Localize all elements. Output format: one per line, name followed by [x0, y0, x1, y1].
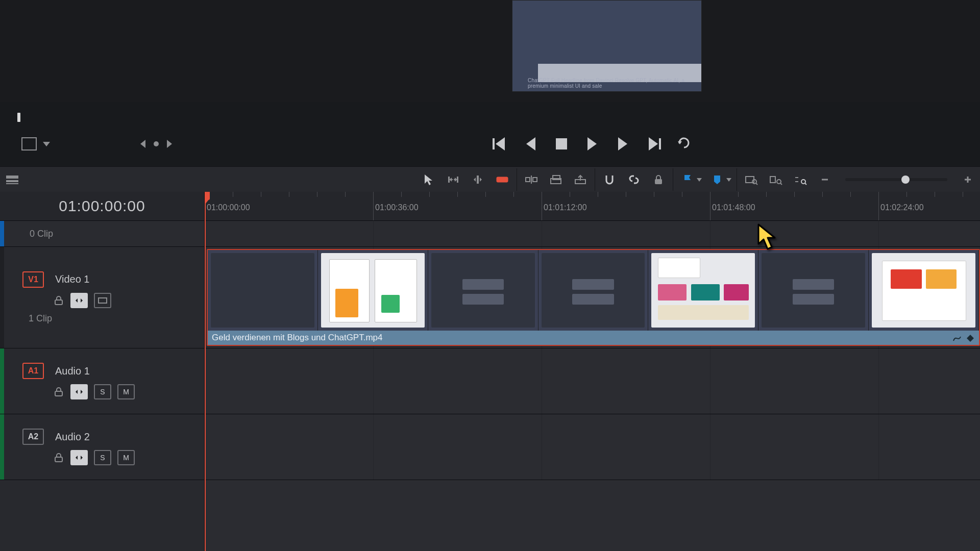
ruler-label: 01:02:24:00	[880, 203, 924, 212]
current-timecode[interactable]: 01:00:00:00	[0, 192, 204, 220]
solo-toggle[interactable]: S	[94, 450, 111, 465]
svg-rect-3	[448, 177, 450, 183]
zoom-in-button[interactable]	[955, 167, 980, 192]
solo-toggle[interactable]: S	[94, 384, 111, 399]
lock-icon[interactable]	[53, 295, 64, 306]
current-edit-dot-icon[interactable]	[154, 141, 159, 146]
lane-grid	[205, 221, 980, 246]
video-clip[interactable]: Geld verdienen mit Blogs und ChatGPT.mp4	[207, 249, 980, 346]
step-back-button[interactable]	[523, 136, 538, 152]
track-header-v1[interactable]: V1 Video 1 1 Clip	[0, 247, 204, 348]
cursor-overlay-icon	[756, 223, 779, 251]
snapping-button[interactable]	[597, 167, 622, 192]
toolbar-separator	[737, 168, 737, 191]
track-dest-badge-v1[interactable]: V1	[22, 271, 44, 288]
svg-point-20	[777, 180, 781, 184]
track-dest-badge-a2[interactable]: A2	[22, 429, 44, 445]
playhead[interactable]	[205, 192, 206, 551]
custom-zoom-button[interactable]	[788, 167, 813, 192]
track-name-v1[interactable]: Video 1	[55, 273, 89, 285]
svg-rect-2	[6, 183, 18, 184]
selection-tool-button[interactable]	[416, 167, 441, 192]
dynamic-trim-tool-button[interactable]	[465, 167, 490, 192]
auto-select-toggle[interactable]	[70, 450, 88, 465]
loop-button[interactable]	[676, 136, 692, 152]
auto-select-toggle[interactable]	[70, 293, 88, 308]
lane-grid	[205, 348, 980, 414]
mute-toggle[interactable]: M	[117, 450, 135, 465]
track-name-a2[interactable]: Audio 2	[55, 431, 90, 443]
viewer-controls-row	[0, 132, 980, 156]
next-edit-icon[interactable]	[167, 140, 172, 148]
flag-button[interactable]	[675, 167, 700, 192]
ruler-label: 01:00:00:00	[207, 203, 250, 212]
marker-button[interactable]	[705, 167, 729, 192]
svg-rect-25	[55, 457, 62, 462]
track-header-column: 01:00:00:00 0 Clip V1 Video 1	[0, 192, 205, 551]
viewer-panel: ChatGPT Full Headline from Davinci Resol…	[0, 0, 980, 102]
jump-to-end-button[interactable]	[646, 136, 661, 152]
timecode-box-row: 01:00:00:00	[0, 192, 204, 221]
stop-button[interactable]	[554, 136, 569, 152]
replace-clip-button[interactable]	[568, 167, 593, 192]
svg-rect-12	[533, 178, 537, 182]
mute-toggle[interactable]: M	[117, 384, 135, 399]
track-dest-badge-a1[interactable]: A1	[22, 363, 44, 379]
viewer-nav-group	[140, 132, 172, 156]
zoom-slider[interactable]	[845, 178, 947, 181]
lock-icon[interactable]	[53, 386, 64, 397]
audio-lane-a1[interactable]	[205, 348, 980, 414]
transform-icon[interactable]	[21, 137, 37, 151]
svg-point-21	[801, 180, 805, 184]
subclips-lane[interactable]	[205, 221, 980, 247]
timeline-view-options-button[interactable]	[0, 167, 24, 192]
jump-to-start-button[interactable]	[493, 136, 508, 152]
svg-rect-16	[655, 179, 662, 184]
subclips-row-head: 0 Clip	[0, 221, 204, 247]
clip-thumbnails	[208, 250, 979, 331]
zoom-slider-knob[interactable]	[901, 176, 910, 184]
prev-edit-icon[interactable]	[140, 140, 145, 148]
track-header-a2[interactable]: A2 Audio 2 2.0 S M	[0, 414, 204, 480]
linked-selection-button[interactable]	[622, 167, 646, 192]
play-button[interactable]	[584, 136, 600, 152]
step-forward-button[interactable]	[615, 136, 630, 152]
preview-caption: ChatGPT Full Headline from Davinci Resol…	[528, 78, 697, 89]
source-preview-thumb[interactable]: ChatGPT Full Headline from Davinci Resol…	[512, 0, 702, 92]
transform-menu-caret-icon[interactable]	[43, 142, 50, 146]
svg-rect-0	[6, 176, 18, 179]
auto-select-toggle[interactable]	[70, 384, 88, 399]
timeline-panel: 01:00:00:00 0 Clip V1 Video 1	[0, 192, 980, 551]
insert-clip-button[interactable]	[519, 167, 544, 192]
subclips-count-label: 0 Clip	[0, 221, 234, 246]
track-header-a1[interactable]: A1 Audio 1 2.0 S M	[0, 348, 204, 414]
detail-zoom-button[interactable]	[764, 167, 788, 192]
svg-rect-22	[55, 300, 62, 305]
track-name-a1[interactable]: Audio 1	[55, 365, 90, 377]
clip-keyframe-controls[interactable]	[952, 334, 975, 343]
trim-tool-button[interactable]	[441, 167, 465, 192]
lane-grid	[205, 414, 980, 480]
scrub-strip[interactable]	[11, 111, 980, 123]
position-lock-button[interactable]	[646, 167, 671, 192]
overwrite-clip-button[interactable]	[544, 167, 568, 192]
ruler-ticks: 01:00:00:00 01:00:36:00 01:01:12:00 01:0…	[205, 192, 980, 220]
timeline-toolbar	[0, 166, 980, 193]
time-ruler[interactable]: 01:00:00:00 01:00:36:00 01:01:12:00 01:0…	[205, 192, 980, 221]
svg-rect-4	[457, 177, 458, 183]
track-display-toggle[interactable]	[94, 293, 111, 308]
track-area[interactable]: 01:00:00:00 01:00:36:00 01:01:12:00 01:0…	[205, 192, 980, 551]
svg-rect-9	[502, 178, 503, 181]
blade-tool-button[interactable]	[490, 167, 514, 192]
audio-lane-a2[interactable]	[205, 414, 980, 480]
zoom-out-button[interactable]	[813, 167, 837, 192]
svg-rect-24	[55, 391, 62, 396]
ruler-label: 01:01:12:00	[544, 203, 587, 212]
toolbar-separator	[673, 168, 673, 191]
curve-icon[interactable]	[952, 334, 962, 343]
full-extent-zoom-button[interactable]	[739, 167, 764, 192]
svg-rect-1	[6, 180, 18, 182]
lock-icon[interactable]	[53, 452, 64, 463]
keyframe-diamond-icon[interactable]	[966, 334, 975, 343]
video-lane-v1[interactable]: Geld verdienen mit Blogs und ChatGPT.mp4	[205, 247, 980, 348]
